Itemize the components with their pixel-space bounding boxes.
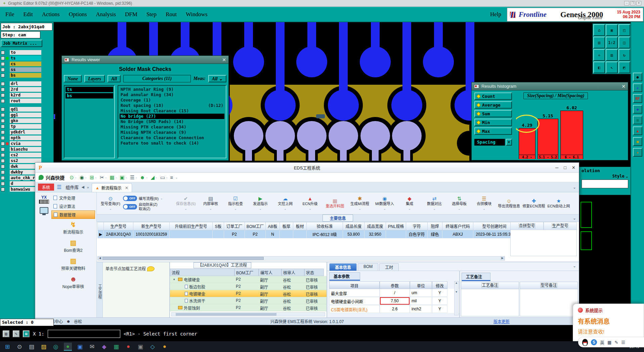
column-header[interactable]: 新生产型号 [133,222,170,230]
table-cell[interactable]: ABXJ [442,230,473,238]
minimize-icon[interactable]: ─ [555,165,558,170]
mode-dropdown-icon[interactable]: ▼ [506,139,512,146]
menu-item[interactable]: DFM [125,11,137,18]
histogram-bar[interactable]: 6.02 6 - 6.1 [560,105,583,159]
layer-name[interactable]: gko [10,118,41,123]
toolbar-icon-button[interactable]: ▣ [606,24,617,36]
layer-name[interactable]: tp [10,124,41,129]
toolbar-icon-button[interactable]: ↖ [606,62,617,73]
layer-checkbox[interactable] [1,182,5,186]
layer-row[interactable]: 2rd [1,87,53,92]
toolbar-icon-button[interactable]: ◰ [618,24,630,36]
layer-checkbox[interactable] [1,188,5,191]
layer-checkbox[interactable] [1,74,5,77]
category-row[interactable]: Clearance to Clearance Connection [120,135,224,141]
taskbar-icon[interactable]: ◎ [52,343,60,351]
column-header[interactable]: 升级前旧生产型号 [170,222,213,230]
basic-params-tab[interactable]: 基本参数 [329,272,360,281]
snap-grid-icon[interactable]: ⊞ [23,330,30,337]
layer-name[interactable]: 2rd [10,87,41,92]
ribbon-button[interactable]: ▶ 发送指示 ⌄ [248,196,273,211]
quick-toolbar-icon[interactable]: ☻ [140,174,148,180]
quick-toolbar-icon[interactable]: ✂ [99,174,108,181]
minimize-icon[interactable]: ─ [624,1,629,5]
close-icon[interactable]: ✕ [222,57,226,63]
quick-toolbar-icon[interactable]: ◉ [79,174,87,181]
param-row[interactable]: CS面电镀面积(含孔) 2.6 inch2 Y [329,305,459,313]
layer-checkbox[interactable] [1,88,5,91]
table-cell[interactable]: N [266,230,280,238]
layer-row[interactable]: npth [1,135,53,141]
taskbar-icon[interactable]: ▣ [76,343,84,351]
info-tab[interactable]: BOM [358,263,378,271]
ribbon-button[interactable]: ☁ 文控上网 ⌄ [273,196,298,211]
layer-checkbox[interactable] [1,68,5,72]
toolbar-icon-button[interactable]: ● [633,73,642,81]
computer-icon[interactable] [40,207,48,214]
stat-button[interactable]: Average [474,101,512,109]
column-header[interactable]: 验收标准 [307,222,343,230]
vertical-scrollbar[interactable]: ▲▼ [454,281,459,315]
menu-icon[interactable]: ☰ [621,340,625,345]
edit-tool-icon[interactable]: ✎ [13,330,19,337]
system-tab[interactable]: 系统 [38,184,54,191]
scrollbar-thumb[interactable] [102,257,264,260]
table-cell[interactable] [213,230,224,238]
toolbar-icon-button[interactable]: ⌂ [593,24,605,36]
ribbon-button[interactable]: ◉ MI数据导入 ⌄ [372,196,397,211]
ribbon-button[interactable]: ✱ 生成MI流程 ⌄ [347,196,372,211]
flow-row[interactable]: ▾电镀硬金 P2 副厅 谷松 已审核 [170,276,327,283]
command-input[interactable] [48,330,120,338]
layer-name[interactable]: ss [10,67,41,72]
category-row[interactable]: Feature too small to check (14) [120,141,224,146]
toolbar-icon-button[interactable]: ✛ [593,49,605,61]
layer-row[interactable]: k2rd [1,92,53,98]
layer-checkbox[interactable] [1,113,5,117]
category-row[interactable]: Pad annular Ring (34) [120,92,224,97]
ime-lang[interactable]: 英 [600,339,604,346]
process-note-field[interactable] [461,289,519,316]
ribbon-button[interactable]: ✚ 修复ECN流程 [521,198,546,208]
category-row[interactable]: Rout spacing (18)(D:12) [120,103,224,108]
menu-item[interactable]: Step [146,11,157,18]
column-header[interactable]: 订单工厂 [224,222,245,230]
close-icon[interactable]: ✕ [621,84,626,89]
sogou-icon[interactable]: S [591,339,597,345]
quick-toolbar-icon[interactable]: ☰ [130,174,138,181]
layer-name[interactable]: bs [10,73,41,78]
table-cell[interactable]: 2ABXJ01QA0 [104,230,133,238]
toolbar-icon-button[interactable]: ▤ [593,37,605,48]
layer-row[interactable]: rout [1,98,53,104]
layer-row[interactable]: cs [1,61,53,67]
taskbar-icon[interactable]: ▤ [28,343,36,351]
menu-item-help[interactable]: Help [490,11,501,18]
info-tab[interactable]: 基本信息 [329,263,357,271]
sidebar-tool[interactable]: ▨ 预审关键物料 [51,255,95,273]
table-cell[interactable]: 绿色 [428,230,442,238]
taskbar-icon[interactable]: ✉ [88,343,96,351]
system-message-popup[interactable]: 系统提示 有系统消息 请注意查收! [573,304,644,341]
quick-toolbar-icon[interactable]: ▭ [160,174,168,181]
ribbon-button[interactable]: ⇅ 选择母板 ⌄ [447,196,472,211]
taskbar-icon[interactable]: ▣ [136,343,144,351]
toolbar-icon-button[interactable]: ✚ [633,83,642,92]
stat-button[interactable]: Max [474,127,512,135]
toolbar-icon-button[interactable]: ◫ [618,37,630,48]
layer-checkbox[interactable] [1,159,5,163]
ribbon-button[interactable]: ▦ 重选开料图 [323,198,347,208]
layer-checkbox[interactable] [1,176,5,180]
sidebar-item[interactable]: 文件处理 [51,194,95,202]
layer-name[interactable]: cvia [10,141,41,146]
menu-item[interactable]: File [5,11,14,18]
maximize-icon[interactable]: ❐ [630,1,635,5]
taskbar-icon[interactable]: ▨ [40,343,48,351]
stat-button[interactable]: Sum [474,110,512,117]
layer-name[interactable]: gg1 [10,113,41,117]
category-row[interactable]: NPTH annular Ring (9) [120,87,224,92]
table-cell[interactable]: 白色字符 [406,230,428,238]
category-row[interactable]: Missing Rout Clearance (15) [120,108,224,114]
table-cell[interactable]: 10010200183259 [133,230,170,238]
meas-dropdown[interactable]: All ⌄ [208,75,226,82]
layer-name[interactable]: drl [10,81,41,86]
param-row[interactable]: 最大金厚 / um Y [329,289,459,297]
